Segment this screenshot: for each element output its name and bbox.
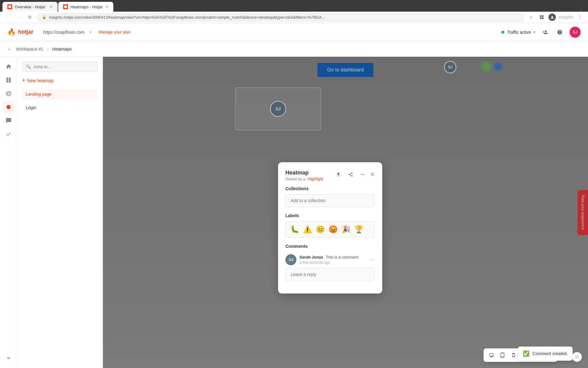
modal-subtitle-prefix: Saved as a bbox=[285, 177, 305, 181]
svg-rect-2 bbox=[540, 17, 541, 19]
forward-button[interactable]: → bbox=[15, 13, 23, 21]
search-icon: 🔍 bbox=[26, 64, 31, 69]
reload-button[interactable]: ↻ bbox=[26, 13, 34, 21]
sidebar-icon-target[interactable] bbox=[2, 87, 15, 100]
toolbar-desktop-button[interactable] bbox=[487, 351, 496, 359]
collections-input[interactable] bbox=[285, 194, 375, 207]
reply-input[interactable] bbox=[285, 268, 375, 281]
modal-title: Heatmap bbox=[285, 170, 323, 176]
label-angry-emoji[interactable]: 😡 bbox=[328, 224, 338, 234]
toolbar-mobile-button[interactable] bbox=[509, 351, 518, 359]
modal-download-button[interactable] bbox=[334, 170, 343, 179]
logo-text: hotjar bbox=[18, 29, 33, 35]
search-box[interactable]: 🔍 bbox=[22, 62, 98, 72]
modal-overlay: Heatmap Saved as a Highlight bbox=[103, 57, 588, 368]
svg-point-4 bbox=[552, 16, 553, 17]
comment-time: a few seconds ago bbox=[300, 260, 367, 265]
svg-point-8 bbox=[364, 174, 365, 175]
comment-body: Sarah Jonas This is a comment a few seco… bbox=[300, 254, 367, 265]
sidebar-icon-heatmap[interactable] bbox=[2, 101, 15, 113]
toast-check-icon: ✅ bbox=[523, 350, 530, 357]
sidebar-icon-collapse[interactable] bbox=[2, 352, 15, 364]
sidebar-item-landing-page[interactable]: Landing page bbox=[22, 89, 98, 99]
back-button[interactable]: ← bbox=[4, 13, 12, 21]
new-heatmap-button[interactable]: + New heatmap bbox=[22, 75, 98, 86]
browser-more-icon[interactable]: ⋮ bbox=[576, 13, 584, 21]
sidebar-icon-check[interactable] bbox=[2, 128, 15, 140]
tab-heatmaps[interactable]: Heatmaps - Hotjar ✕ bbox=[58, 2, 113, 12]
new-heatmap-label: New heatmap bbox=[27, 78, 54, 83]
label-warning-emoji[interactable]: ⚠️ bbox=[302, 224, 313, 234]
new-tab-button[interactable]: + bbox=[114, 2, 126, 12]
topbar-right: Traffic active ▾ SJ bbox=[501, 27, 581, 38]
traffic-dot-icon bbox=[501, 31, 504, 34]
svg-rect-1 bbox=[542, 15, 544, 17]
svg-point-5 bbox=[6, 105, 10, 109]
sidebar-item-login-label: Login bbox=[26, 105, 36, 110]
modal-collections-section: Collections bbox=[285, 186, 375, 207]
toast-message: Comment created. bbox=[533, 351, 568, 356]
extensions-icon[interactable] bbox=[537, 13, 546, 21]
expand-button[interactable] bbox=[572, 352, 582, 362]
sidebar-icon-chat[interactable] bbox=[2, 114, 15, 127]
sidebar-item-landing-page-label: Landing page bbox=[26, 92, 52, 97]
user-avatar[interactable]: SJ bbox=[570, 27, 581, 38]
svg-point-7 bbox=[363, 174, 364, 175]
label-trophy-emoji[interactable]: 🏆 bbox=[354, 224, 364, 234]
comment-avatar: SJ bbox=[285, 254, 296, 265]
modal-highlight-link[interactable]: Highlight bbox=[308, 177, 323, 181]
browser-nav-bar: ← → ↻ 🔒 insights.hotjar.com/sites/309041… bbox=[0, 12, 588, 23]
svg-point-6 bbox=[361, 174, 362, 175]
lock-icon: 🔒 bbox=[42, 15, 47, 19]
tab-close-heatmaps[interactable]: ✕ bbox=[105, 5, 108, 9]
comment-more-button[interactable]: ⋯ bbox=[370, 257, 375, 263]
add-user-icon[interactable] bbox=[540, 27, 550, 37]
modal-title-group: Heatmap Saved as a Highlight bbox=[285, 170, 323, 181]
tab-favicon-overview bbox=[7, 4, 12, 9]
breadcrumb-workspace: Workspace #1 bbox=[16, 47, 43, 52]
heatmap-modal: Heatmap Saved as a Highlight bbox=[278, 162, 382, 293]
modal-comments-section: Comments SJ Sarah Jonas This is a commen… bbox=[285, 244, 375, 281]
help-icon[interactable] bbox=[555, 27, 565, 37]
breadcrumb-current: Heatmaps bbox=[52, 47, 72, 52]
breadcrumb-separator: › bbox=[47, 46, 48, 52]
tab-overview[interactable]: Overview - Hotjar ✕ bbox=[2, 2, 58, 12]
sidebar: 🔍 + New heatmap Landing page Login bbox=[17, 57, 103, 368]
left-icon-bar bbox=[0, 57, 17, 368]
manage-plan-link[interactable]: Manage your plan bbox=[99, 30, 130, 34]
traffic-chevron-icon: ▾ bbox=[533, 30, 535, 34]
sidebar-icon-home[interactable] bbox=[2, 60, 15, 73]
browser-menu-icon[interactable]: ⋮ bbox=[576, 7, 586, 12]
hotjar-logo: 🔥 hotjar bbox=[7, 28, 33, 36]
topbar: 🔥 hotjar https://snapflows.com ▾ Manage … bbox=[0, 23, 588, 41]
modal-close-button[interactable]: ✕ bbox=[370, 171, 375, 178]
labels-row: 🐛 ⚠️ 😐 😡 🎉 🏆 bbox=[285, 221, 375, 238]
modal-header: Heatmap Saved as a Highlight bbox=[285, 170, 375, 181]
traffic-active-indicator[interactable]: Traffic active ▾ bbox=[501, 30, 535, 35]
label-bug-emoji[interactable]: 🐛 bbox=[289, 224, 300, 234]
url-chevron-icon[interactable]: ▾ bbox=[89, 30, 91, 34]
tab-close-overview[interactable]: ✕ bbox=[50, 5, 53, 9]
new-heatmap-plus-icon: + bbox=[22, 77, 25, 84]
svg-rect-3 bbox=[542, 17, 544, 19]
modal-more-button[interactable] bbox=[358, 170, 368, 179]
toolbar-tablet-button[interactable] bbox=[498, 351, 507, 359]
breadcrumb-back-button[interactable]: ← bbox=[7, 46, 12, 52]
sidebar-bottom bbox=[2, 352, 15, 364]
search-input[interactable] bbox=[33, 64, 94, 69]
toast-notification: ✅ Comment created. bbox=[518, 347, 573, 361]
label-neutral-emoji[interactable]: 😐 bbox=[315, 224, 326, 234]
url-bar[interactable]: 🔒 insights.hotjar.com/sites/3090413/heat… bbox=[37, 13, 524, 21]
svg-rect-0 bbox=[540, 15, 541, 17]
label-party-emoji[interactable]: 🎉 bbox=[341, 224, 351, 234]
bookmark-icon[interactable]: ☆ bbox=[526, 13, 535, 21]
sidebar-item-login[interactable]: Login bbox=[22, 103, 98, 113]
logo-flame-icon: 🔥 bbox=[7, 28, 16, 36]
sidebar-icon-dashboard[interactable] bbox=[2, 74, 15, 86]
heatmap-background: Go to dashboard SJ SJ bbox=[103, 57, 588, 368]
browser-nav-actions: ☆ Incognito ⋮ bbox=[526, 13, 584, 21]
comment-item: SJ Sarah Jonas This is a comment a few s… bbox=[285, 252, 375, 268]
site-url: https://snapflows.com bbox=[43, 30, 85, 35]
modal-share-button[interactable] bbox=[346, 170, 356, 179]
tab-label-overview: Overview - Hotjar bbox=[15, 5, 45, 9]
